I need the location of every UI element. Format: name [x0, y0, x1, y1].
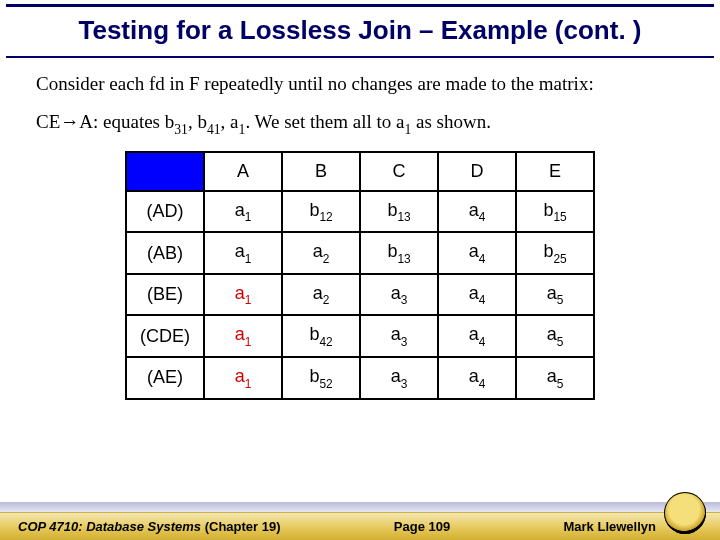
cell: a1 — [204, 357, 282, 399]
cell: a1 — [204, 274, 282, 316]
table-row: (AD)a1b12b13a4b15 — [126, 191, 594, 233]
cell: b13 — [360, 191, 438, 233]
cell: b42 — [282, 315, 360, 357]
row-head: (BE) — [126, 274, 204, 316]
para2-mid2: , a — [221, 111, 239, 132]
header-corner — [126, 152, 204, 191]
cell: a4 — [438, 315, 516, 357]
sub-a1b: 1 — [404, 122, 411, 137]
cell: a3 — [360, 315, 438, 357]
footer-gradient — [0, 502, 720, 512]
cell: a5 — [516, 274, 594, 316]
matrix-table: A B C D E (AD)a1b12b13a4b15(AB)a1a2b13a4… — [125, 151, 595, 400]
cell: a5 — [516, 315, 594, 357]
table-row: (AB)a1a2b13a4b25 — [126, 232, 594, 274]
cell: a4 — [438, 357, 516, 399]
page-title: Testing for a Lossless Join – Example (c… — [0, 7, 720, 56]
cell: a1 — [204, 315, 282, 357]
cell: b15 — [516, 191, 594, 233]
paragraph-2: CE→A: equates b31, b41, a1. We set them … — [0, 104, 720, 151]
table-row: (AE)a1b52a3a4a5 — [126, 357, 594, 399]
paragraph-1: Consider each fd in F repeatedly until n… — [0, 72, 720, 104]
sub-b41: 41 — [207, 122, 221, 137]
para2-target: A: equates b — [79, 111, 174, 132]
footer-course: COP 4710: Database Systems (Chapter 19) — [18, 519, 281, 534]
footer-course-name: COP 4710: Database Systems — [18, 519, 201, 534]
cell: b13 — [360, 232, 438, 274]
cell: a5 — [516, 357, 594, 399]
col-E: E — [516, 152, 594, 191]
footer-chapter: (Chapter 19) — [201, 519, 280, 534]
para2-mid1: , b — [188, 111, 207, 132]
row-head: (CDE) — [126, 315, 204, 357]
col-D: D — [438, 152, 516, 191]
para2-suffix: as shown. — [411, 111, 491, 132]
cell: a1 — [204, 191, 282, 233]
cell: b25 — [516, 232, 594, 274]
cell: b12 — [282, 191, 360, 233]
cell: a3 — [360, 274, 438, 316]
footer-bar: COP 4710: Database Systems (Chapter 19) … — [0, 512, 720, 540]
cell: b52 — [282, 357, 360, 399]
cell: a2 — [282, 274, 360, 316]
cell: a4 — [438, 274, 516, 316]
footer-page: Page 109 — [394, 519, 450, 534]
ucf-logo-icon — [664, 492, 706, 534]
cell: a2 — [282, 232, 360, 274]
col-A: A — [204, 152, 282, 191]
col-B: B — [282, 152, 360, 191]
cell: a3 — [360, 357, 438, 399]
row-head: (AE) — [126, 357, 204, 399]
sub-b31: 31 — [174, 122, 188, 137]
row-head: (AD) — [126, 191, 204, 233]
mid-rule — [6, 56, 714, 58]
cell: a4 — [438, 232, 516, 274]
col-C: C — [360, 152, 438, 191]
sub-a1: 1 — [239, 122, 246, 137]
para2-lhs: CE — [36, 111, 60, 132]
footer: COP 4710: Database Systems (Chapter 19) … — [0, 504, 720, 540]
arrow-icon: → — [60, 111, 79, 132]
cell: a1 — [204, 232, 282, 274]
para2-mid3: . We set them all to a — [245, 111, 404, 132]
table-row: (CDE)a1b42a3a4a5 — [126, 315, 594, 357]
table-container: A B C D E (AD)a1b12b13a4b15(AB)a1a2b13a4… — [0, 151, 720, 400]
row-head: (AB) — [126, 232, 204, 274]
cell: a4 — [438, 191, 516, 233]
table-row: (BE)a1a2a3a4a5 — [126, 274, 594, 316]
header-row: A B C D E — [126, 152, 594, 191]
